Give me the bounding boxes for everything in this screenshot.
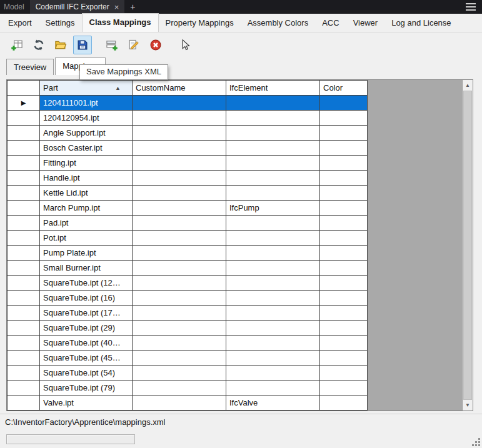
cell-ifc-element[interactable]: IfcPump <box>226 201 320 216</box>
cell-color[interactable] <box>320 396 368 411</box>
cell-custom-name[interactable] <box>133 126 226 141</box>
cell-ifc-element[interactable] <box>226 276 320 291</box>
resize-grip[interactable] <box>472 438 481 447</box>
cell-custom-name[interactable] <box>133 96 226 111</box>
cell-custom-name[interactable] <box>133 366 226 381</box>
cell-color[interactable] <box>320 381 368 396</box>
cell-ifc-element[interactable] <box>226 231 320 246</box>
column-header-color[interactable]: Color <box>320 81 368 96</box>
cell-color[interactable] <box>320 126 368 141</box>
cell-ifc-element[interactable] <box>226 321 320 336</box>
cell-custom-name[interactable] <box>133 201 226 216</box>
edit-row-button[interactable] <box>124 36 143 54</box>
cell-ifc-element[interactable] <box>226 126 320 141</box>
cell-part[interactable]: Valve.ipt <box>40 396 133 411</box>
cell-custom-name[interactable] <box>133 291 226 306</box>
cell-ifc-element[interactable] <box>226 381 320 396</box>
table-row[interactable]: Valve.iptIfcValve <box>8 396 368 411</box>
row-header-cell[interactable] <box>8 396 40 411</box>
cell-part[interactable]: SquareTube.ipt (29) <box>40 321 133 336</box>
tab-export[interactable]: Export <box>1 14 39 32</box>
row-header-cell[interactable] <box>8 261 40 276</box>
row-header-cell[interactable] <box>8 171 40 186</box>
row-header-cell[interactable] <box>8 126 40 141</box>
cell-custom-name[interactable] <box>133 306 226 321</box>
row-header-cell[interactable] <box>8 216 40 231</box>
tab-acc[interactable]: ACC <box>315 14 346 32</box>
cell-custom-name[interactable] <box>133 261 226 276</box>
row-header-cell[interactable] <box>8 366 40 381</box>
cell-ifc-element[interactable] <box>226 261 320 276</box>
table-row[interactable]: Pad.ipt <box>8 216 368 231</box>
cell-color[interactable] <box>320 186 368 201</box>
cell-custom-name[interactable] <box>133 336 226 351</box>
tab-assembly-colors[interactable]: Assembly Colors <box>241 14 316 32</box>
table-row[interactable]: SquareTube.ipt (54) <box>8 366 368 381</box>
table-row[interactable]: SquareTube.ipt (29) <box>8 321 368 336</box>
cell-custom-name[interactable] <box>133 321 226 336</box>
cell-ifc-element[interactable] <box>226 141 320 156</box>
cell-custom-name[interactable] <box>133 171 226 186</box>
cell-color[interactable] <box>320 321 368 336</box>
cell-part[interactable]: SquareTube.ipt (54) <box>40 366 133 381</box>
save-mappings-button[interactable] <box>73 36 92 54</box>
cell-custom-name[interactable] <box>133 216 226 231</box>
cell-part[interactable]: Fitting.ipt <box>40 156 133 171</box>
row-header-cell[interactable] <box>8 351 40 366</box>
cell-ifc-element[interactable] <box>226 216 320 231</box>
scroll-up-icon[interactable]: ▲ <box>463 80 473 91</box>
cell-ifc-element[interactable] <box>226 156 320 171</box>
table-row[interactable]: Angle Support.ipt <box>8 126 368 141</box>
cell-part[interactable]: Pad.ipt <box>40 216 133 231</box>
cell-part[interactable]: Bosch Caster.ipt <box>40 141 133 156</box>
cell-color[interactable] <box>320 156 368 171</box>
cell-ifc-element[interactable] <box>226 306 320 321</box>
table-row[interactable]: 1204120954.ipt <box>8 111 368 126</box>
row-header-cell[interactable] <box>8 321 40 336</box>
cell-custom-name[interactable] <box>133 276 226 291</box>
table-row[interactable]: SquareTube.ipt (17… <box>8 306 368 321</box>
table-row[interactable]: SquareTube.ipt (45… <box>8 351 368 366</box>
column-header-ifcelement[interactable]: IfcElement <box>226 81 320 96</box>
row-header-cell[interactable] <box>8 291 40 306</box>
cell-color[interactable] <box>320 276 368 291</box>
scroll-down-icon[interactable]: ▼ <box>463 400 473 411</box>
cell-color[interactable] <box>320 141 368 156</box>
cell-color[interactable] <box>320 306 368 321</box>
tab-class-mappings[interactable]: Class Mappings <box>82 13 159 32</box>
cell-color[interactable] <box>320 216 368 231</box>
cell-color[interactable] <box>320 291 368 306</box>
table-row[interactable]: Pump Plate.ipt <box>8 246 368 261</box>
cell-ifc-element[interactable] <box>226 291 320 306</box>
cell-color[interactable] <box>320 366 368 381</box>
row-header-cell[interactable] <box>8 276 40 291</box>
cell-ifc-element[interactable] <box>226 351 320 366</box>
insert-row-button[interactable] <box>103 36 121 54</box>
cell-part[interactable]: Pump Plate.ipt <box>40 246 133 261</box>
row-header-cell[interactable] <box>8 336 40 351</box>
cell-color[interactable] <box>320 171 368 186</box>
table-row[interactable]: Bosch Caster.ipt <box>8 141 368 156</box>
open-mappings-button[interactable] <box>51 36 70 54</box>
cell-custom-name[interactable] <box>133 231 226 246</box>
table-row[interactable]: Pot.ipt <box>8 231 368 246</box>
tab-settings[interactable]: Settings <box>39 14 82 32</box>
table-row[interactable]: SquareTube.ipt (79) <box>8 381 368 396</box>
cell-custom-name[interactable] <box>133 111 226 126</box>
cell-color[interactable] <box>320 246 368 261</box>
document-tab[interactable]: Codemill IFC Exporter × <box>30 0 125 14</box>
close-tab-icon[interactable]: × <box>114 2 119 12</box>
new-tab-button[interactable]: + <box>124 0 141 14</box>
cell-part[interactable]: SquareTube.ipt (16) <box>40 291 133 306</box>
cell-part[interactable]: SquareTube.ipt (40… <box>40 336 133 351</box>
table-row[interactable]: SquareTube.ipt (40… <box>8 336 368 351</box>
cell-part[interactable]: SquareTube.ipt (17… <box>40 306 133 321</box>
tab-log-and-license[interactable]: Log and License <box>384 14 458 32</box>
column-header-customname[interactable]: CustomName <box>133 81 226 96</box>
cell-color[interactable] <box>320 336 368 351</box>
table-row[interactable]: SquareTube.ipt (12… <box>8 276 368 291</box>
cell-part[interactable]: Handle.ipt <box>40 171 133 186</box>
scrollbar-thumb[interactable] <box>463 91 472 400</box>
row-header-cell[interactable] <box>8 231 40 246</box>
pointer-button[interactable] <box>176 36 194 54</box>
